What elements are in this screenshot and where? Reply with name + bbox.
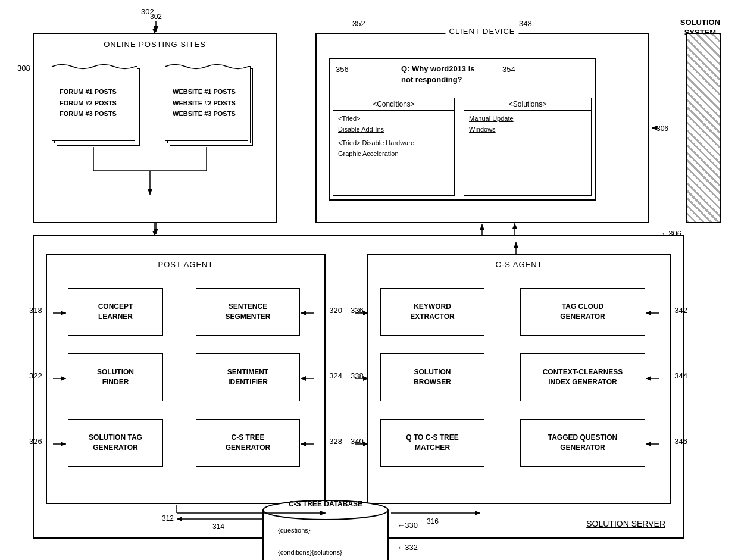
sites-connector bbox=[34, 147, 278, 224]
website-posts-content: WEBSITE #1 POSTS WEBSITE #2 POSTS WEBSIT… bbox=[165, 64, 249, 142]
svg-marker-68 bbox=[154, 26, 158, 32]
svg-text:316: 316 bbox=[427, 517, 439, 525]
svg-marker-71 bbox=[154, 229, 158, 234]
ref-332: ←332 bbox=[397, 543, 418, 552]
solutions-label: <Solutions> bbox=[464, 98, 591, 111]
ref-352: 352 bbox=[352, 19, 365, 28]
ref-348: 348 bbox=[519, 19, 532, 28]
solutions-content: Manual Update Windows bbox=[464, 111, 591, 137]
question-text: Q: Why word2013 is not responding? bbox=[401, 64, 568, 85]
svg-text:312: 312 bbox=[162, 514, 174, 523]
question-box: 356 354 Q: Why word2013 is not respondin… bbox=[329, 58, 596, 201]
ref-356: 356 bbox=[336, 65, 349, 74]
ref-308: 308 bbox=[17, 64, 30, 73]
svg-marker-60 bbox=[177, 517, 182, 521]
online-posting-sites-box: ONLINE POSTING SITES 302 308 310 FORUM #… bbox=[33, 33, 277, 223]
forum-wave bbox=[52, 62, 135, 71]
solution-server-box: SOLUTION SERVER POST AGENT CONCEPT LEARN… bbox=[33, 235, 684, 539]
online-sites-label: ONLINE POSTING SITES bbox=[104, 40, 206, 49]
svg-marker-63 bbox=[475, 511, 480, 515]
conditions-box: <Conditions> <Tried> Disable Add-Ins <Tr… bbox=[333, 98, 455, 196]
svg-marker-73 bbox=[512, 223, 517, 229]
svg-text:314: 314 bbox=[212, 523, 224, 531]
client-device-label: CLIENT DEVICE bbox=[445, 27, 518, 36]
client-device-box: CLIENT DEVICE 352 348 356 354 Q: Why wor… bbox=[315, 33, 649, 223]
diagram: SOLUTION SYSTEM 300 ←306 CLIENT DEVICE 3… bbox=[0, 0, 738, 560]
solution-column bbox=[686, 33, 721, 223]
svg-marker-66 bbox=[514, 242, 518, 248]
forum-posts-content: FORUM #1 POSTS FORUM #2 POSTS FORUM #3 P… bbox=[52, 64, 136, 142]
svg-text:306: 306 bbox=[656, 124, 668, 133]
conditions-label: <Conditions> bbox=[333, 98, 454, 111]
svg-marker-75 bbox=[652, 126, 657, 130]
svg-marker-57 bbox=[320, 511, 326, 515]
ref-302: 302 bbox=[141, 7, 154, 16]
svg-text:{conditions}{solutions}: {conditions}{solutions} bbox=[278, 549, 342, 556]
conditions-content: <Tried> Disable Add-Ins <Tried> Disable … bbox=[333, 111, 454, 162]
website-wave bbox=[165, 62, 248, 71]
svg-marker-11 bbox=[480, 224, 484, 230]
solutions-box: <Solutions> Manual Update Windows bbox=[464, 98, 592, 196]
server-arrows-svg: 312 314 316 bbox=[34, 236, 686, 540]
svg-marker-21 bbox=[148, 189, 152, 195]
